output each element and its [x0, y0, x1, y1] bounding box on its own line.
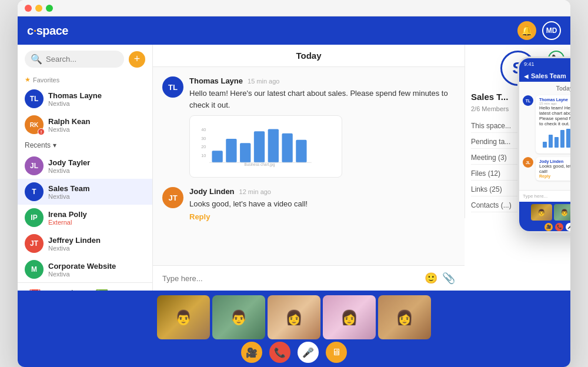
- chat-date-header: Today: [153, 45, 465, 67]
- avatar: JT: [25, 234, 44, 253]
- avatar: JL: [25, 156, 44, 175]
- chart-attachment: 40 30 20 10: [189, 115, 342, 178]
- svg-rect-5: [226, 139, 236, 162]
- contact-thomas-layne[interactable]: TL Thomas Layne Nextiva: [18, 86, 152, 112]
- contact-info: Sales Team Nextiva: [48, 184, 145, 200]
- message-time: 12 min ago: [239, 188, 271, 195]
- avatar: RK !: [25, 115, 44, 134]
- svg-text:Business chart.jpg: Business chart.jpg: [244, 162, 275, 167]
- phone-bar-chart: [542, 128, 570, 149]
- video-faces: 👨 👨 👩 👩 👩: [148, 291, 440, 342]
- reply-button[interactable]: Reply: [189, 212, 210, 221]
- app-logo: c·space: [27, 24, 68, 38]
- contact-name: Sales Team: [48, 184, 145, 193]
- contact-sub: Nextiva: [48, 100, 145, 107]
- contact-ralph-kean[interactable]: RK ! Ralph Kean Nextiva: [18, 112, 152, 138]
- nav-meeting[interactable]: 📹 Meeting: [51, 286, 85, 291]
- svg-rect-17: [566, 129, 570, 148]
- contact-info: Ralph Kean Nextiva: [48, 117, 145, 133]
- screen-share-btn[interactable]: 🖥: [326, 342, 347, 363]
- title-bar: [18, 0, 570, 16]
- phone-chart: [539, 128, 570, 151]
- svg-rect-14: [549, 135, 553, 148]
- contact-sub: Nextiva: [48, 126, 145, 133]
- recents-label[interactable]: Recents ▾: [18, 138, 152, 153]
- svg-rect-16: [560, 130, 564, 148]
- contact-jeffrey-linden[interactable]: JT Jeffrey Linden Nextiva: [18, 231, 152, 256]
- video-controls: 🎥 📞 🎤 🖥: [241, 342, 347, 363]
- phone-reply-link[interactable]: Reply: [539, 174, 570, 178]
- video-face-5: 👩: [378, 295, 431, 339]
- message-content: Thomas Layne 15 min ago Hello team! Here…: [189, 76, 455, 178]
- nav-calendar[interactable]: 📅 Calendar: [18, 286, 51, 291]
- message-sender: Jody Linden: [189, 187, 235, 196]
- contact-info: Corporate Website Nextiva: [48, 262, 145, 278]
- contact-info: Jeffrey Linden Nextiva: [48, 236, 145, 252]
- message-header: Jody Linden 12 min ago: [189, 187, 455, 196]
- attachment-icon[interactable]: 📎: [442, 272, 455, 285]
- phone-msg-text-2: Looks good, let's have a video call!: [539, 164, 570, 174]
- favorites-label: ★ Favorites: [18, 74, 152, 86]
- nav-files[interactable]: 📁 Files: [119, 286, 152, 291]
- message-avatar: TL: [162, 76, 183, 98]
- app-window: c·space 🔔 MD 🔍 + ★ Favorites: [18, 0, 570, 367]
- phone-video-face: 👨: [554, 204, 570, 221]
- svg-rect-7: [254, 131, 265, 162]
- video-btn[interactable]: 🎥: [241, 342, 262, 363]
- phone-mockup: 9:41 ▶▶ 📶 ◀ Sales Team 🔔 ℹ Today TL: [517, 56, 570, 233]
- video-face-3: 👩: [268, 295, 320, 339]
- contact-corporate-website[interactable]: M Corporate Website Nextiva: [18, 256, 152, 282]
- input-icons: 🙂 📎: [425, 272, 455, 285]
- contact-sub: Nextiva: [48, 193, 145, 200]
- phone-status-bar: 9:41 ▶▶ 📶: [519, 58, 570, 70]
- add-contact-button[interactable]: +: [129, 51, 145, 68]
- contact-info: Jody Tayler Nextiva: [48, 158, 145, 174]
- bottom-nav: 📅 Calendar 📹 Meeting ✅ Task 📁 Files: [18, 282, 152, 291]
- contact-irena-polly[interactable]: IP Irena Polly External: [18, 205, 152, 231]
- phone-time: 9:41: [524, 61, 534, 67]
- minimize-dot[interactable]: [35, 5, 42, 12]
- phone-msg-name: Thomas Layne: [539, 98, 570, 102]
- avatar: M: [25, 260, 44, 279]
- phone-msg-content: Thomas Layne 15 min ago Hello team! Here…: [536, 95, 570, 154]
- contact-sub: Nextiva: [48, 271, 145, 278]
- phone-end-call-btn[interactable]: 📞: [555, 223, 563, 231]
- notification-icon[interactable]: 🔔: [517, 21, 536, 40]
- mic-btn[interactable]: 🎤: [298, 342, 319, 363]
- contact-jody-tayler[interactable]: JL Jody Tayler Nextiva: [18, 153, 152, 179]
- close-dot[interactable]: [25, 5, 32, 12]
- phone-msg-avatar: TL: [523, 95, 533, 106]
- search-input[interactable]: [46, 55, 118, 64]
- phone-video-face: 👨: [531, 204, 552, 221]
- contact-name: Irena Polly: [48, 210, 145, 219]
- phone-msg-text: Hello team! Here's our latest chart abou…: [539, 105, 570, 126]
- user-avatar[interactable]: MD: [542, 21, 561, 40]
- contact-name: Jody Tayler: [48, 158, 145, 167]
- phone-video-faces: 👨 👨 👩: [529, 202, 570, 223]
- svg-text:20: 20: [201, 144, 206, 149]
- chat-messages: TL Thomas Layne 15 min ago Hello team! H…: [153, 67, 465, 265]
- phone-mic-btn[interactable]: 🎤: [566, 223, 570, 231]
- phone-message-1: TL Thomas Layne 15 min ago Hello team! H…: [523, 95, 570, 154]
- contact-sub: Nextiva: [48, 167, 145, 174]
- maximize-dot[interactable]: [46, 5, 53, 12]
- search-icon: 🔍: [31, 54, 42, 65]
- phone-msg-content-2: Jody Linden Looks good, let's have a vid…: [536, 157, 570, 181]
- end-call-btn[interactable]: 📞: [269, 342, 290, 363]
- chevron-down-icon: ▾: [53, 141, 56, 149]
- avatar: TL: [25, 89, 44, 108]
- chat-input[interactable]: [162, 274, 419, 283]
- phone-chat-area: Today TL Thomas Layne 15 min ago Hello t…: [519, 82, 570, 190]
- message-avatar: JT: [162, 187, 183, 208]
- phone-video-btn[interactable]: 🎥: [544, 223, 553, 231]
- emoji-icon[interactable]: 🙂: [425, 272, 437, 285]
- contact-sales-team[interactable]: T Sales Team Nextiva: [18, 179, 152, 205]
- phone-jody-bubble: Jody Linden Looks good, let's have a vid…: [536, 157, 570, 181]
- svg-rect-4: [212, 151, 222, 162]
- nav-task[interactable]: ✅ Task: [85, 286, 119, 291]
- search-bar: 🔍 +: [18, 45, 152, 74]
- phone-input-placeholder: Type here...: [523, 193, 570, 199]
- contact-name: Corporate Website: [48, 262, 145, 271]
- message-text: Hello team! Here's our latest chart abou…: [189, 88, 455, 111]
- phone-back-icon[interactable]: ◀: [524, 73, 529, 79]
